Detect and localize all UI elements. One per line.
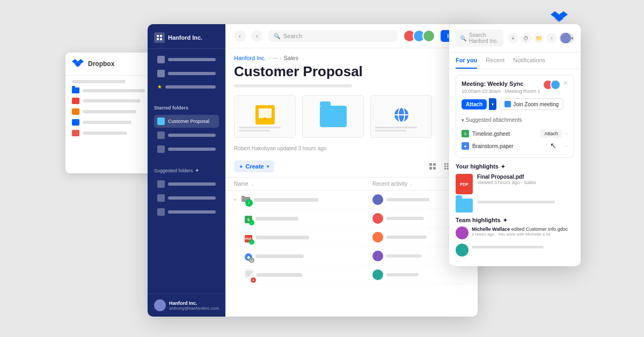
meeting-av-2 [550,79,561,90]
file-row-5[interactable]: + [225,266,478,284]
highlight-item-pdf[interactable]: PDF Final Proposal.pdf Viewed 3 hours ag… [456,174,574,194]
file-preview-web[interactable] [370,95,432,138]
sidebar-item-1[interactable] [154,53,219,66]
attach-button[interactable]: Attach [462,99,487,109]
svg-rect-21 [447,163,449,165]
panel-recent-icon[interactable]: ⏱ [521,33,531,43]
slides-line-1 [239,127,281,128]
pdf-badge-wrapper: PDF ✓ [245,232,252,243]
search-bar-text: Search [283,33,302,39]
join-zoom-button[interactable]: Join Zoom meeting [500,98,564,110]
sidebar-suggested-3[interactable] [154,206,219,218]
team-highlights-sparkle-icon: ✦ [503,217,507,223]
file-row-2[interactable]: S ✓ [225,209,478,228]
forward-button[interactable]: › [251,30,263,42]
tab-notifications[interactable]: Notifications [513,53,545,69]
panel-folder-icon[interactable]: 📁 [533,33,544,43]
svg-rect-34 [246,272,252,273]
file-previews [225,87,478,145]
sidebar-company[interactable]: Hanford Inc. [148,24,225,49]
back-button[interactable]: ‹ [234,30,246,42]
att-icon-doc: ● [462,142,469,150]
sidebar-item-customer-proposal[interactable]: Customer Proposal [154,115,219,128]
att-more-1[interactable]: ··· [564,131,568,137]
col-activity-label: Recent activity [372,181,407,187]
tab-for-you[interactable]: For you [456,53,477,69]
breadcrumb-dots[interactable]: ··· [273,55,277,61]
file-preview-folder[interactable] [302,95,364,138]
highlight-folder-bar [477,201,555,203]
slides-preview-icon [255,105,275,128]
highlight-item-folder[interactable] [456,199,574,213]
view-icon-btn-1[interactable] [426,160,439,173]
panel-add-icon[interactable]: + [508,33,518,43]
team-item-2[interactable] [456,244,574,257]
sidebar-item-starred-3[interactable] [154,143,219,156]
sidebar-item-2[interactable] [154,67,219,80]
highlight-pdf-icon: PDF [456,174,473,194]
customer-proposal-label: Customer Proposal [168,119,209,124]
plus-icon: ✦ [195,167,199,173]
svg-rect-23 [444,166,446,167]
file-row-5-name: + [234,269,368,280]
svg-rect-36 [246,275,250,276]
panel-search[interactable]: 🔍 Search Hanford Inc. [456,30,503,47]
file-row-1[interactable]: ▾ ✓ [225,191,478,209]
bg-bar-1 [72,80,126,83]
search-bar[interactable]: 🔍 Search [268,30,398,42]
folder-check-badge: ✓ [245,199,253,207]
blue-badge-circle [249,258,254,263]
panel-upload-icon[interactable]: ↑ [546,33,557,43]
activity-avatar-1 [372,194,383,205]
sidebar-suggested-1-bar [168,182,216,186]
actions-bar: + Create ▾ [225,156,478,178]
att-more-2[interactable]: ··· [564,143,568,149]
file-preview-slides[interactable] [234,95,296,138]
file-row-5-activity [372,269,469,280]
join-zoom-label: Join Zoom meeting [513,101,559,107]
tab-recent[interactable]: Recent [486,53,504,69]
sidebar-item-star[interactable]: ★ [154,81,219,92]
svg-rect-11 [265,117,266,120]
meeting-close-button[interactable]: ✕ [562,79,569,87]
topbar-avatars [403,30,435,42]
panel-header: 🔍 Search Hanford Inc. + ⏱ 📁 ↑ ▾ [449,24,581,53]
breadcrumb-company[interactable]: Hanford Inc. [234,55,266,61]
file-row-3[interactable]: PDF ✓ [225,228,478,247]
sync-icon [250,259,253,262]
sidebar-suggested-2[interactable] [154,192,219,204]
create-plus-icon: + [239,163,243,170]
breadcrumb: Hanford Inc. › ··· › Sales [234,55,469,61]
highlight-folder-icon [456,199,473,213]
panel-avatar-icon[interactable]: ▾ [559,33,574,43]
meeting-actions: Attach ▾ Join Zoom meeting [462,98,568,110]
file-row-2-name: S ✓ [234,214,368,224]
sidebar-suggested-1[interactable] [154,178,219,191]
star-icon: ★ [157,84,162,90]
starred-header: Starred folders [154,105,219,111]
create-button[interactable]: + Create ▾ [234,160,274,172]
team-item-1[interactable]: Michelle Wallace edited Customer Info.gd… [456,226,574,239]
bg-bar-2 [83,89,145,92]
file-row-4[interactable]: ◆ [225,247,478,266]
att-attach-btn-1[interactable]: Attach [540,129,562,138]
sidebar-bottom[interactable]: Hanford Inc. anthony@hanfordlinc.com [148,294,225,317]
folder-badge-wrapper: ✓ [241,195,251,204]
sheets-badge-wrapper: S ✓ [245,214,252,224]
sidebar-item-1-bar [168,58,216,61]
company-icon [154,32,165,43]
starred-section: Starred folders Customer Proposal [148,98,225,161]
meeting-avatars [543,79,561,90]
file-name-bar-4 [255,254,304,258]
activity-avatar-3 [372,232,383,243]
file-name-bar-5 [257,273,302,277]
col-name-header[interactable]: Name ⌄ [234,181,372,187]
bg-pdf-icon [72,98,79,104]
attach-dropdown-button[interactable]: ▾ [489,98,496,110]
sidebar-item-starred-2[interactable] [154,129,219,142]
web-line-1 [375,127,417,128]
company-grid-icon [156,34,163,41]
panel-chevron: ▾ [571,36,573,41]
highlights-sparkle-icon: ✦ [501,164,505,170]
right-panel: 🔍 Search Hanford Inc. + ⏱ 📁 ↑ ▾ For you … [449,24,581,266]
